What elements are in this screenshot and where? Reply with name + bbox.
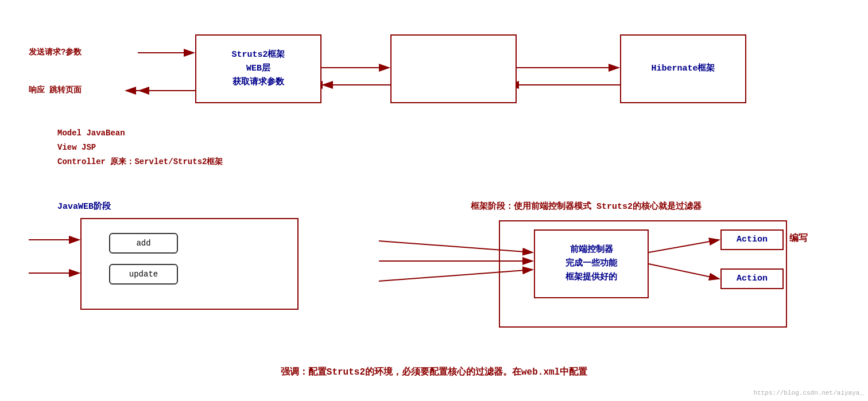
svg-line-19 — [649, 240, 719, 252]
btn-add[interactable]: add — [109, 233, 178, 254]
diagram-container: 发送请求?参数 响应 跳转页面 Struts2框架 WEB层 获取请求参数 Hi… — [0, 0, 868, 401]
box-action2: Action — [720, 268, 784, 289]
box-middle — [390, 34, 517, 103]
svg-line-16 — [379, 241, 533, 252]
label-framework: 框架阶段：使用前端控制器模式 Struts2的核心就是过滤器 — [471, 201, 702, 212]
front-controller-text: 前端控制器 完成一些功能 框架提供好的 — [565, 243, 617, 285]
action2-text: Action — [737, 272, 768, 286]
action1-text: Action — [737, 233, 768, 247]
box-action1: Action — [720, 229, 784, 250]
box-front-controller: 前端控制器 完成一些功能 框架提供好的 — [534, 229, 649, 298]
box-struts2: Struts2框架 WEB层 获取请求参数 — [195, 34, 321, 103]
label-javaweb: JavaWEB阶段 — [57, 201, 111, 212]
svg-line-20 — [649, 264, 719, 279]
label-respond: 响应 跳转页面 — [29, 85, 82, 95]
mvc-controller: Controller 原来：Servlet/Struts2框架 — [57, 155, 223, 169]
struts2-text: Struts2框架 WEB层 获取请求参数 — [231, 48, 285, 89]
emphasis-text: 强调：配置Struts2的环境，必须要配置核心的过滤器。在web.xml中配置 — [0, 366, 868, 378]
box-hibernate: Hibernate框架 — [620, 34, 746, 103]
watermark: https://blog.csdn.net/aiyaya_ — [754, 390, 863, 396]
svg-line-18 — [379, 270, 533, 281]
label-send: 发送请求?参数 — [29, 47, 82, 57]
mvc-view: View JSP — [57, 141, 223, 155]
mvc-model: Model JavaBean — [57, 126, 223, 141]
btn-update[interactable]: update — [109, 264, 178, 285]
mvc-section: Model JavaBean View JSP Controller 原来：Se… — [57, 126, 223, 170]
label-write: 编写 — [789, 232, 808, 244]
hibernate-text: Hibernate框架 — [651, 62, 715, 76]
